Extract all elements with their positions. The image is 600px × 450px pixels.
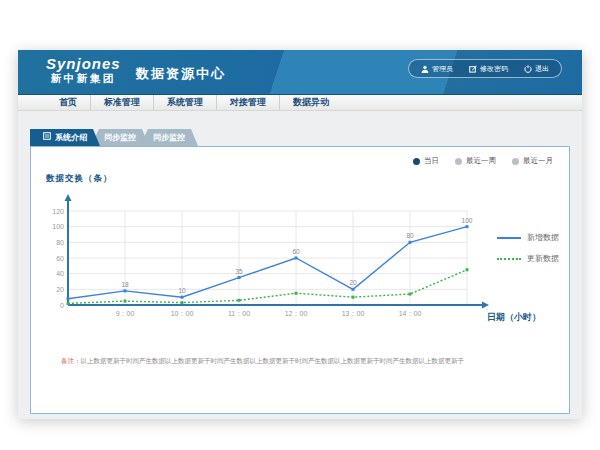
svg-text:13：00: 13：00	[342, 310, 365, 317]
change-password-button[interactable]: 修改密码	[461, 64, 516, 74]
nav-item-home[interactable]: 首页	[46, 95, 91, 110]
legend-item-1: 更新数据	[497, 253, 559, 264]
svg-text:120: 120	[52, 208, 64, 215]
svg-text:日期（小时）: 日期（小时）	[487, 312, 541, 322]
time-filter-label: 最近一周	[466, 156, 496, 166]
time-filter-label: 当日	[424, 156, 439, 166]
svg-text:20: 20	[349, 279, 357, 286]
svg-text:12：00: 12：00	[285, 310, 308, 317]
svg-text:9：00: 9：00	[116, 310, 135, 317]
svg-text:60: 60	[292, 248, 300, 255]
footnote: 备注：以上数据更新于时间产生数据以上数据更新于时间产生数据以上数据更新于时间产生…	[61, 357, 464, 366]
logo: Synjones 新中新集团	[46, 55, 121, 84]
svg-text:60: 60	[56, 255, 64, 262]
page-body: 系统介绍同步监控同步监控 当日最近一周最近一月 数据交换（条） 02040608…	[18, 111, 582, 419]
main-nav: 首页标准管理系统管理对接管理数据异动	[18, 95, 582, 111]
time-filter-0[interactable]: 当日	[413, 156, 439, 166]
legend-item-0: 新增数据	[497, 232, 559, 243]
nav-item-integration-mgmt[interactable]: 对接管理	[217, 95, 280, 110]
page-title: 数据资源中心	[136, 65, 226, 83]
svg-text:100: 100	[462, 217, 473, 224]
nav-item-data-change[interactable]: 数据异动	[280, 95, 342, 110]
svg-text:80: 80	[406, 232, 414, 239]
svg-text:20: 20	[56, 286, 64, 293]
document-icon	[43, 129, 51, 146]
svg-text:100: 100	[52, 223, 64, 230]
tab-2[interactable]: 同步监控	[140, 129, 198, 146]
chart-legend: 新增数据更新数据	[497, 232, 559, 274]
tab-0-active[interactable]: 系统介绍	[30, 129, 100, 146]
nav-item-system-mgmt[interactable]: 系统管理	[154, 95, 217, 110]
svg-text:35: 35	[235, 268, 243, 275]
logo-subtext: 新中新集团	[46, 72, 121, 84]
footnote-text: 以上数据更新于时间产生数据以上数据更新于时间产生数据以上数据更新于时间产生数据以…	[81, 357, 465, 364]
radio-icon	[455, 158, 462, 165]
app-header: Synjones 新中新集团 数据资源中心 管理员 修改密码 退出	[18, 50, 582, 95]
logout-button[interactable]: 退出	[516, 64, 557, 74]
svg-text:11：00: 11：00	[228, 310, 250, 317]
change-password-label: 修改密码	[480, 64, 508, 74]
legend-label: 更新数据	[527, 253, 559, 264]
user-icon	[421, 65, 429, 73]
svg-text:0: 0	[60, 302, 64, 309]
power-icon	[524, 65, 532, 73]
legend-line-sample	[497, 237, 521, 239]
radio-icon	[413, 158, 420, 165]
chart-y-axis-title: 数据交换（条）	[46, 173, 113, 185]
radio-icon	[512, 158, 519, 165]
tab-bar: 系统介绍同步监控同步监控	[30, 129, 198, 146]
time-filter-group: 当日最近一周最近一月	[413, 156, 553, 166]
tab-label: 同步监控	[104, 129, 136, 146]
tab-label: 同步监控	[153, 129, 185, 146]
svg-text:10: 10	[178, 287, 186, 294]
svg-text:14：00: 14：00	[399, 310, 422, 317]
svg-text:10：00: 10：00	[171, 310, 194, 317]
user-menu: 管理员 修改密码 退出	[408, 59, 562, 78]
svg-text:80: 80	[56, 239, 64, 246]
time-filter-2[interactable]: 最近一月	[512, 156, 553, 166]
admin-button[interactable]: 管理员	[413, 64, 461, 74]
logo-text: Synjones	[46, 55, 121, 72]
time-filter-label: 最近一月	[523, 156, 553, 166]
legend-label: 新增数据	[527, 232, 559, 243]
app-window: Synjones 新中新集团 数据资源中心 管理员 修改密码 退出	[18, 50, 582, 418]
edit-icon	[469, 65, 477, 73]
tab-1[interactable]: 同步监控	[91, 129, 149, 146]
nav-item-standard-mgmt[interactable]: 标准管理	[91, 95, 154, 110]
content-panel: 当日最近一周最近一月 数据交换（条） 0204060801001209：0010…	[30, 146, 570, 414]
logout-label: 退出	[535, 64, 549, 74]
svg-text:40: 40	[56, 270, 64, 277]
admin-label: 管理员	[432, 64, 453, 74]
footnote-prefix: 备注：	[61, 357, 81, 364]
svg-text:18: 18	[121, 281, 129, 288]
time-filter-1[interactable]: 最近一周	[455, 156, 496, 166]
tab-label: 系统介绍	[55, 129, 87, 146]
legend-line-sample	[497, 258, 521, 260]
line-chart: 0204060801001209：0010：0011：0012：0013：001…	[40, 193, 570, 333]
